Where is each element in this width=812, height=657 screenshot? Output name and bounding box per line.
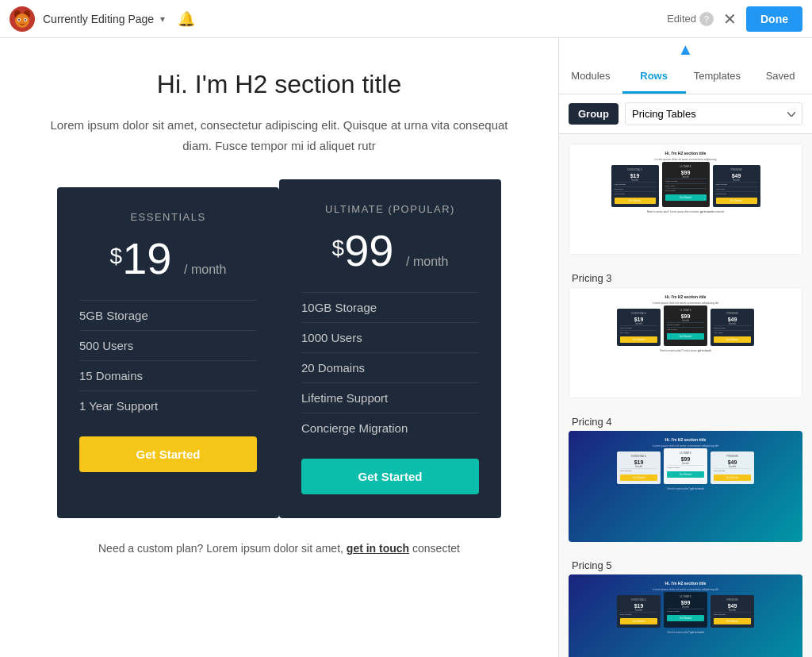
feature-item: 10GB Storage: [301, 292, 479, 322]
top-bar: Currently Editing Page ▾ 🔔 Edited ? ✕ Do…: [0, 0, 812, 38]
panel-scroll-area[interactable]: Hi. I'm H2 section title Lorem ipsum dol…: [559, 134, 812, 657]
essentials-title: ESSENTIALS: [79, 211, 257, 223]
logo: [10, 6, 35, 32]
essentials-price: $19 / month: [79, 232, 257, 284]
template-label: Pricing 3: [569, 266, 802, 287]
category-dropdown[interactable]: Pricing Tables Headers Features Testimon…: [625, 102, 802, 125]
panel-tabs: Modules Rows Templates Saved: [559, 60, 812, 94]
feature-item: 1 Year Support: [79, 390, 257, 421]
page-title: Currently Editing Page: [43, 13, 154, 25]
feature-item: 5GB Storage: [79, 300, 257, 330]
done-button[interactable]: Done: [746, 6, 802, 32]
svg-point-7: [25, 19, 26, 21]
template-item[interactable]: Hi. I'm H2 section title Lorem ipsum dol…: [569, 144, 802, 255]
tab-modules[interactable]: Modules: [559, 60, 622, 94]
ultimate-card: ULTIMATE (Popular) $99 / month 10GB Stor…: [279, 179, 501, 518]
feature-item: Lifetime Support: [301, 382, 479, 413]
page-heading: Hi. I'm H2 section title: [48, 70, 511, 99]
template-item-pricing3[interactable]: Hi. I'm H2 section title Lorem ipsum dol…: [569, 287, 802, 398]
template-preview-pricing5: Hi. I'm H2 section title Lorem ipsum dol…: [569, 574, 802, 657]
page-footer: Need a custom plan? Lorem ipsum dolor si…: [48, 542, 511, 555]
page-content: Hi. I'm H2 section title Lorem ipsum dol…: [0, 38, 558, 657]
edited-status: Edited ?: [667, 12, 714, 26]
feature-item: 500 Users: [79, 330, 257, 360]
template-preview-pricing4: Hi. I'm H2 section title Lorem ipsum dol…: [569, 431, 802, 542]
main-layout: Hi. I'm H2 section title Lorem ipsum dol…: [0, 38, 812, 657]
template-preview-pricing2: Hi. I'm H2 section title Lorem ipsum dol…: [569, 144, 802, 255]
template-preview-pricing3: Hi. I'm H2 section title Lorem ipsum dol…: [569, 287, 802, 398]
essentials-card: ESSENTIALS $19 / month 5GB Storage 500 U…: [57, 187, 279, 518]
help-icon[interactable]: ?: [699, 12, 714, 26]
template-label: Pricing 5: [569, 553, 802, 574]
ultimate-price: $99 / month: [301, 225, 479, 276]
template-label: Pricing 4: [569, 409, 802, 431]
feature-item: 20 Domains: [301, 352, 479, 382]
chevron-down-icon[interactable]: ▾: [160, 13, 165, 25]
right-panel: ▲ Modules Rows Templates Saved Group Pri…: [558, 38, 812, 657]
pricing-row: ESSENTIALS $19 / month 5GB Storage 500 U…: [48, 187, 511, 518]
feature-item: Concierge Migration: [301, 413, 479, 443]
group-filter-button[interactable]: Group: [569, 103, 619, 125]
feature-item: 1000 Users: [301, 322, 479, 352]
footer-link[interactable]: get in touch: [347, 542, 409, 555]
template-item-pricing4[interactable]: Hi. I'm H2 section title Lorem ipsum dol…: [569, 431, 802, 542]
panel-arrow-icon: ▲: [559, 38, 812, 60]
ultimate-cta-button[interactable]: Get Started: [301, 459, 479, 494]
tab-templates[interactable]: Templates: [686, 60, 749, 94]
svg-point-3: [15, 13, 29, 28]
feature-item: 15 Domains: [79, 360, 257, 390]
tab-rows[interactable]: Rows: [622, 60, 686, 94]
essentials-cta-button[interactable]: Get Started: [79, 436, 257, 472]
close-icon[interactable]: ✕: [723, 10, 737, 29]
page-body: Lorem ipsum dolor sit amet, consectetur …: [49, 115, 509, 156]
tab-saved[interactable]: Saved: [749, 60, 812, 94]
svg-point-6: [18, 19, 20, 21]
bell-icon[interactable]: 🔔: [178, 10, 195, 28]
ultimate-title: ULTIMATE (Popular): [301, 203, 479, 215]
template-item-pricing5[interactable]: Hi. I'm H2 section title Lorem ipsum dol…: [569, 574, 802, 657]
panel-filter: Group Pricing Tables Headers Features Te…: [559, 94, 812, 134]
